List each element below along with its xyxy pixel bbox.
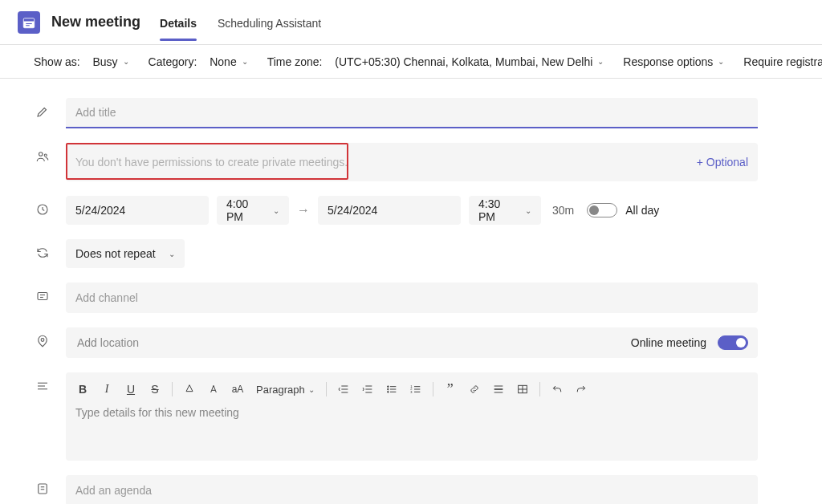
show-as-dropdown[interactable]: Show as: Busy ⌄ [34,55,129,68]
attendees-message: You don't have permissions to create pri… [75,156,348,169]
repeat-icon [34,239,51,260]
timezone-dropdown[interactable]: Time zone: (UTC+05:30) Chennai, Kolkata,… [267,55,604,68]
indent-button[interactable] [357,379,378,400]
font-size-button[interactable]: aA [227,379,248,400]
svg-text:3: 3 [410,390,413,394]
chevron-down-icon: ⌄ [718,57,724,66]
quote-button[interactable]: ” [440,379,461,400]
chevron-down-icon: ⌄ [308,385,315,394]
svg-point-5 [39,152,43,156]
hr-button[interactable] [488,379,509,400]
paragraph-style-dropdown[interactable]: Paragraph ⌄ [251,384,319,396]
online-meeting-toggle[interactable] [718,335,748,350]
underline-button[interactable]: U [120,379,141,400]
online-meeting-label: Online meeting [631,336,706,349]
allday-toggle[interactable] [587,203,617,217]
strike-button[interactable]: S [144,379,165,400]
response-options-dropdown[interactable]: Response options ⌄ [623,55,724,68]
allday-label: All day [625,204,659,217]
add-optional-link[interactable]: + Optional [697,156,748,169]
repeat-select[interactable]: Does not repeat ⌄ [66,239,185,268]
redo-button[interactable] [571,379,592,400]
text-color-button[interactable] [203,379,224,400]
chevron-down-icon: ⌄ [525,206,531,215]
duration-text: 30m [552,204,574,217]
format-icon [34,372,51,393]
svg-point-21 [387,386,389,388]
title-input[interactable] [66,98,758,128]
arrow-right-icon: → [297,203,310,217]
agenda-icon [34,475,51,496]
clock-icon [34,196,51,217]
end-time-input[interactable]: 4:30 PM⌄ [469,196,541,225]
bold-button[interactable]: B [72,379,93,400]
chevron-down-icon: ⌄ [123,57,129,66]
bullet-list-button[interactable] [381,379,402,400]
location-input[interactable] [75,335,631,350]
table-button[interactable] [512,379,533,400]
attendees-field[interactable]: You don't have permissions to create pri… [66,143,758,181]
svg-rect-1 [23,18,35,21]
number-list-button[interactable]: 123 [405,379,426,400]
svg-point-23 [387,392,389,393]
description-body[interactable]: Type details for this new meeting [66,403,758,429]
svg-point-11 [41,339,44,342]
page-title: New meeting [51,14,140,30]
channel-input[interactable] [66,282,758,313]
channel-icon [34,282,51,303]
calendar-icon [18,11,40,34]
require-registration-dropdown[interactable]: Require registration: No [743,55,822,68]
svg-point-6 [44,154,47,156]
location-icon [34,327,51,348]
chevron-down-icon: ⌄ [169,250,175,258]
svg-rect-8 [38,293,47,300]
end-date-input[interactable] [318,196,461,225]
svg-point-22 [387,388,389,390]
italic-button[interactable]: I [96,379,117,400]
link-button[interactable] [464,379,485,400]
chevron-down-icon: ⌄ [597,57,604,66]
tab-details[interactable]: Details [160,4,197,41]
tab-scheduling-assistant[interactable]: Scheduling Assistant [218,4,321,41]
chevron-down-icon: ⌄ [273,206,279,215]
start-time-input[interactable]: 4:00 PM⌄ [217,196,289,225]
people-icon [34,143,51,164]
highlight-button[interactable] [179,379,200,400]
start-date-input[interactable] [66,196,209,225]
category-dropdown[interactable]: Category: None ⌄ [149,55,248,68]
description-editor[interactable]: B I U S aA Paragraph ⌄ 123 [66,372,758,461]
agenda-input[interactable] [66,475,758,504]
outdent-button[interactable] [333,379,354,400]
undo-button[interactable] [547,379,568,400]
pencil-icon [34,98,51,119]
chevron-down-icon: ⌄ [242,57,248,66]
svg-rect-39 [39,484,47,494]
